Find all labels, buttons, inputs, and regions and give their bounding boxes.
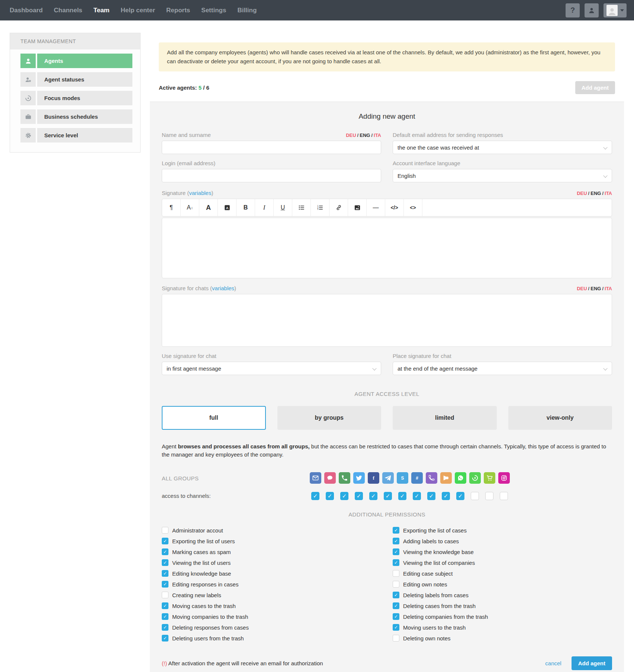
channel-access-checkbox-telegram[interactable]: ✓ bbox=[384, 492, 392, 500]
nav-settings[interactable]: Settings bbox=[201, 7, 226, 14]
background-color-icon[interactable]: A bbox=[218, 199, 236, 216]
channel-access-checkbox-skype[interactable]: ✓ bbox=[398, 492, 406, 500]
paragraph-icon[interactable]: ¶ bbox=[162, 199, 181, 216]
nav-billing[interactable]: Billing bbox=[237, 7, 257, 14]
permission-checkbox[interactable]: ✓ bbox=[393, 592, 399, 598]
briefcase-icon bbox=[20, 109, 36, 124]
permission-checkbox[interactable] bbox=[162, 527, 168, 534]
lang-tab-ita[interactable]: ITA bbox=[605, 191, 612, 196]
permission-checkbox[interactable]: ✓ bbox=[393, 613, 399, 620]
channel-access-checkbox-email[interactable]: ✓ bbox=[311, 492, 319, 500]
permission-checkbox[interactable]: ✓ bbox=[393, 527, 399, 534]
nav-dashboard[interactable]: Dashboard bbox=[10, 7, 43, 14]
horizontal-rule-icon[interactable]: — bbox=[367, 199, 385, 216]
lang-tab-eng[interactable]: ENG bbox=[360, 132, 370, 138]
permission-checkbox[interactable]: ✓ bbox=[393, 548, 399, 555]
nav-help-center[interactable]: Help center bbox=[120, 7, 155, 14]
permission-checkbox[interactable]: ✓ bbox=[393, 538, 399, 544]
insert-link-icon[interactable] bbox=[329, 199, 348, 216]
permission-checkbox[interactable] bbox=[162, 592, 168, 598]
channel-access-checkbox-chat[interactable]: ✓ bbox=[326, 492, 334, 500]
font-size-icon[interactable]: A↕ bbox=[181, 199, 199, 216]
permission-checkbox[interactable]: ✓ bbox=[162, 538, 168, 544]
permission-checkbox[interactable]: ✓ bbox=[162, 570, 168, 577]
sidebar-item-agent-statuses[interactable]: Agent statuses bbox=[20, 72, 132, 87]
interface-language-select[interactable]: English bbox=[393, 169, 612, 182]
channel-slack-icon: # bbox=[411, 472, 423, 484]
profile-button[interactable] bbox=[585, 3, 599, 17]
language-tabs: DEU/ENG/ITA bbox=[577, 191, 612, 196]
use-signature-label: Use signature for chat bbox=[162, 353, 216, 359]
permission-label: Viewing the list of users bbox=[172, 560, 231, 566]
sidebar-item-agents[interactable]: Agents bbox=[20, 54, 132, 68]
access-option-full[interactable]: full bbox=[162, 406, 266, 430]
place-signature-label: Place signature for chat bbox=[393, 353, 451, 359]
add-agent-button-top[interactable]: Add agent bbox=[575, 81, 615, 94]
italic-icon[interactable]: I bbox=[255, 199, 274, 216]
channel-access-checkbox-viber[interactable]: ✓ bbox=[427, 492, 435, 500]
nav-channels[interactable]: Channels bbox=[54, 7, 83, 14]
permission-checkbox[interactable]: ✓ bbox=[393, 624, 399, 631]
permission-checkbox[interactable]: ✓ bbox=[162, 602, 168, 609]
permission-checkbox[interactable]: ✓ bbox=[162, 548, 168, 555]
lang-tab-eng[interactable]: ENG bbox=[590, 191, 601, 196]
access-option-by-groups[interactable]: by groups bbox=[277, 406, 382, 430]
lang-tab-deu[interactable]: DEU bbox=[346, 132, 356, 138]
name-input[interactable] bbox=[162, 141, 381, 154]
permission-row: ✓Viewing the list of users bbox=[162, 559, 381, 567]
permission-checkbox[interactable]: ✓ bbox=[393, 559, 399, 566]
unordered-list-icon[interactable] bbox=[292, 199, 311, 216]
login-input[interactable] bbox=[162, 169, 381, 182]
channel-access-checkbox-livechat[interactable] bbox=[471, 492, 479, 500]
lang-tab-eng[interactable]: ENG bbox=[590, 286, 601, 291]
sidebar-item-service-level[interactable]: Service level bbox=[20, 128, 132, 143]
channel-access-checkbox-whatsapp[interactable]: ✓ bbox=[456, 492, 464, 500]
permission-checkbox[interactable]: ✓ bbox=[162, 635, 168, 641]
default-email-select[interactable]: the one the case was received at bbox=[393, 141, 612, 154]
signature-textarea[interactable] bbox=[162, 218, 612, 278]
permission-label: Moving users to the trash bbox=[403, 624, 466, 631]
channel-access-checkbox-slack[interactable]: ✓ bbox=[413, 492, 421, 500]
nav-team[interactable]: Team bbox=[93, 7, 109, 14]
permission-checkbox[interactable]: ✓ bbox=[162, 559, 168, 566]
text-color-icon[interactable]: A bbox=[199, 199, 218, 216]
help-button[interactable]: ? bbox=[566, 3, 580, 17]
bold-icon[interactable]: B bbox=[236, 199, 255, 216]
permission-checkbox[interactable] bbox=[393, 635, 399, 641]
use-signature-select[interactable]: in first agent message bbox=[162, 362, 381, 375]
permission-checkbox[interactable]: ✓ bbox=[162, 613, 168, 620]
access-option-limited[interactable]: limited bbox=[393, 406, 497, 430]
signature-variables-link[interactable]: variables bbox=[189, 190, 211, 196]
interface-language-label: Account interface language bbox=[393, 160, 460, 166]
permission-checkbox[interactable]: ✓ bbox=[162, 581, 168, 588]
permission-checkbox[interactable]: ✓ bbox=[393, 602, 399, 609]
channel-access-checkbox-cart[interactable] bbox=[485, 492, 493, 500]
lang-tab-ita[interactable]: ITA bbox=[605, 286, 612, 291]
sidebar-item-business-schedules[interactable]: Business schedules bbox=[20, 109, 132, 124]
lang-tab-deu[interactable]: DEU bbox=[577, 286, 587, 291]
cancel-link[interactable]: cancel bbox=[545, 660, 561, 666]
add-agent-button-submit[interactable]: Add agent bbox=[572, 656, 612, 670]
nav-reports[interactable]: Reports bbox=[166, 7, 190, 14]
permission-checkbox[interactable] bbox=[393, 570, 399, 577]
access-option-view-only[interactable]: view-only bbox=[508, 406, 612, 430]
permission-checkbox[interactable] bbox=[393, 581, 399, 588]
signature-chats-textarea[interactable] bbox=[162, 294, 612, 347]
ordered-list-icon[interactable]: 123 bbox=[311, 199, 329, 216]
channel-access-checkbox-facebook[interactable]: ✓ bbox=[369, 492, 377, 500]
lang-tab-ita[interactable]: ITA bbox=[374, 132, 381, 138]
signature-chats-variables-link[interactable]: variables bbox=[212, 285, 234, 291]
insert-image-icon[interactable] bbox=[348, 199, 367, 216]
permission-checkbox[interactable]: ✓ bbox=[162, 624, 168, 631]
channel-access-checkbox-twitter[interactable]: ✓ bbox=[355, 492, 363, 500]
channel-access-checkbox-instagram[interactable] bbox=[500, 492, 508, 500]
place-signature-select[interactable]: at the end of the agent message bbox=[393, 362, 612, 375]
channel-access-checkbox-megaphone[interactable]: ✓ bbox=[442, 492, 450, 500]
html-source-icon[interactable]: <> bbox=[404, 199, 422, 216]
code-view-icon[interactable]: </> bbox=[385, 199, 404, 216]
account-menu-button[interactable] bbox=[604, 3, 627, 17]
sidebar-item-focus-modes[interactable]: Focus modes bbox=[20, 91, 132, 105]
channel-access-checkbox-phone[interactable]: ✓ bbox=[340, 492, 348, 500]
underline-icon[interactable]: U bbox=[274, 199, 292, 216]
lang-tab-deu[interactable]: DEU bbox=[577, 191, 587, 196]
